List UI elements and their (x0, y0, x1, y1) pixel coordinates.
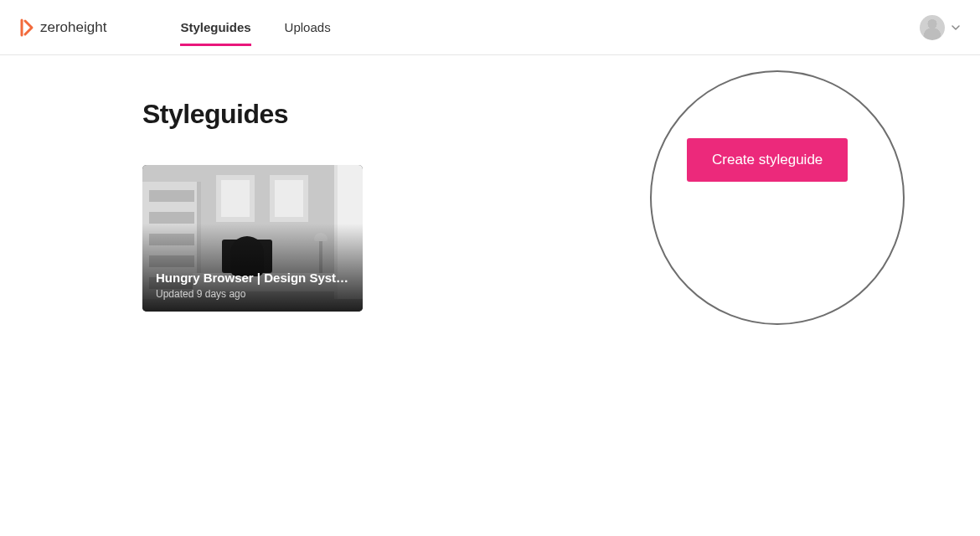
nav-active-underline (180, 44, 250, 46)
styleguide-card-text: Hungry Browser | Design Syst… Updated 9 … (156, 271, 349, 300)
nav-tab-uploads[interactable]: Uploads (285, 0, 331, 54)
styleguide-card-subtitle: Updated 9 days ago (156, 288, 349, 300)
styleguide-card-title: Hungry Browser | Design Syst… (156, 271, 349, 285)
chevron-down-icon[interactable] (952, 23, 960, 32)
nav-tab-label: Uploads (285, 20, 331, 34)
primary-nav: Styleguides Uploads (180, 0, 330, 54)
brand-logo[interactable]: zeroheight (20, 18, 106, 37)
brand-logo-text: zeroheight (40, 19, 106, 36)
app-header: zeroheight Styleguides Uploads (0, 0, 980, 55)
page-title: Styleguides (142, 99, 980, 130)
main-content: Styleguides Create styleguide Hungry Bro… (0, 55, 980, 312)
avatar[interactable] (920, 15, 945, 40)
brand-logo-mark-icon (20, 18, 35, 37)
styleguide-card[interactable]: Hungry Browser | Design Syst… Updated 9 … (142, 165, 363, 312)
nav-tab-label: Styleguides (180, 20, 250, 34)
header-user-area (920, 15, 960, 40)
create-styleguide-button[interactable]: Create styleguide (687, 138, 848, 182)
nav-tab-styleguides[interactable]: Styleguides (180, 0, 250, 54)
